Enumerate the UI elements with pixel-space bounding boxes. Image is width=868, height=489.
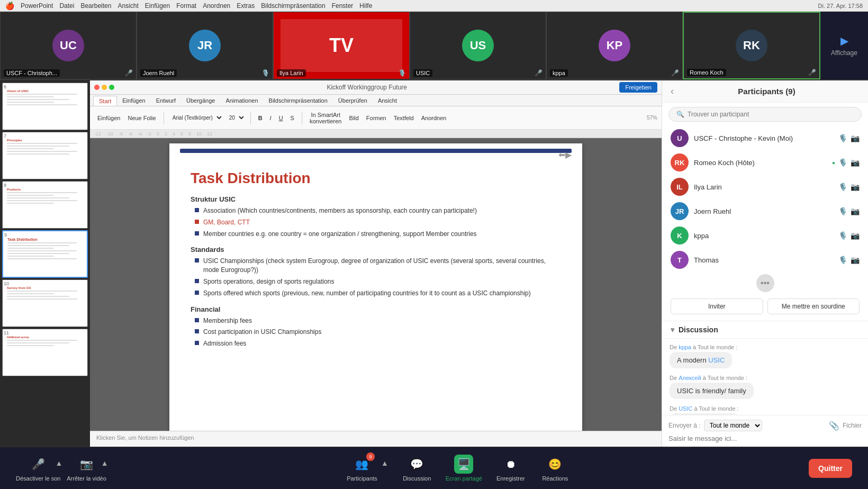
smartart-button[interactable]: In SmartArtkonvertieren: [306, 110, 345, 126]
textfeld-button[interactable]: Textfeld: [391, 113, 417, 123]
slide-thumb-8[interactable]: 8 Products: [2, 181, 88, 229]
bold-button[interactable]: B: [255, 113, 266, 123]
menu-einfuegen[interactable]: Einfügen: [145, 2, 170, 10]
video-tile-0[interactable]: UC USCF - Christoph... 🎤: [0, 12, 137, 79]
video-tile-3[interactable]: US USIC 🎤: [410, 12, 546, 79]
traffic-green[interactable]: [109, 85, 114, 90]
traffic-red[interactable]: [94, 85, 100, 90]
bullet-text-2-0: Membership fees: [203, 316, 252, 325]
tab-animationen[interactable]: Animationen: [220, 96, 263, 106]
slide-num-7: 7: [4, 133, 6, 139]
section-header-2: Financial: [191, 305, 561, 313]
tab-einfuegen[interactable]: Einfügen: [117, 96, 150, 106]
tab-start[interactable]: Start: [93, 96, 117, 106]
slide-num-8: 8: [4, 183, 6, 188]
p-name-joern: Joern Ruehl: [694, 207, 833, 215]
bullet-0-0: Association (Which countries/continents,…: [191, 206, 561, 215]
video-tile-4[interactable]: KP kppa 🎤: [546, 12, 683, 79]
participants-caret[interactable]: ▲: [381, 459, 388, 467]
p-name-uscf: USCF - Christophe - Kevin (Moi): [694, 134, 833, 142]
menu-anordnen[interactable]: Anordnen: [203, 2, 230, 10]
mic-status-kppa: 🎙️: [838, 231, 847, 240]
mic-icon-5: 🎤: [808, 69, 816, 76]
underline-button[interactable]: U: [276, 113, 286, 123]
participant-search-input[interactable]: [688, 111, 854, 118]
mute-audio-btn[interactable]: 🎤 Désactiver le son: [16, 455, 60, 482]
participants-btn[interactable]: 👥 9 Participants: [346, 455, 378, 482]
slide-thumb-6[interactable]: 6 Vision of USIC: [2, 83, 88, 130]
video-status-thomas: 📷: [851, 256, 860, 264]
strikethrough-button[interactable]: S: [287, 113, 297, 123]
more-icon: •••: [756, 274, 774, 292]
participant-ilya[interactable]: IL Ilya Larin 🎙️ 📷: [666, 175, 864, 199]
p-icons-romeo: ● 🎙️ 📷: [832, 158, 860, 167]
video-tile-2[interactable]: TV Ilya Larin 🎙️: [273, 12, 410, 79]
discussion-header[interactable]: ▾ Discussion: [662, 321, 868, 339]
menu-bearbeiten[interactable]: Bearbeiten: [80, 2, 111, 10]
msg-to-1: Tout le monde: [708, 375, 744, 381]
italic-button[interactable]: I: [267, 113, 275, 123]
send-to-select[interactable]: Tout le monde: [704, 420, 762, 431]
tab-ueberprufen[interactable]: Überprüfen: [333, 96, 373, 106]
invite-button[interactable]: Inviter: [671, 298, 763, 314]
toolbar-einfuegen[interactable]: Einfügen: [94, 113, 123, 123]
menu-extras[interactable]: Extras: [237, 2, 255, 10]
menu-praesentation[interactable]: Bildschirmpräsentation: [261, 2, 325, 10]
mute-button[interactable]: Me mettre en sourdine: [767, 298, 860, 314]
stop-video-btn[interactable]: 📷 Arrêter la vidéo: [67, 455, 106, 482]
slide-thumb-9[interactable]: 9 Task Distribution: [2, 230, 88, 278]
tab-uebergaenge[interactable]: Übergänge: [181, 96, 220, 106]
affichage-button[interactable]: ▶ Affichage: [820, 12, 868, 79]
slide-thumb-11[interactable]: 11 Additional survey: [2, 329, 88, 376]
slide-notes[interactable]: Klicken Sie, um Notizen hinzuzufügen: [90, 431, 662, 447]
reactions-btn[interactable]: 😊 Réactions: [539, 455, 571, 482]
menu-datei[interactable]: Datei: [59, 2, 74, 10]
record-btn[interactable]: ⏺ Enregistrer: [495, 455, 527, 482]
audio-caret[interactable]: ▲: [55, 459, 62, 467]
bild-button[interactable]: Bild: [346, 113, 362, 123]
tab-entwurf[interactable]: Entwurf: [151, 96, 181, 106]
attachment-icon[interactable]: 📎: [829, 421, 839, 431]
share-button[interactable]: Freigeben: [619, 82, 657, 93]
msg-sender-1: De Алексей à Tout le monde :: [670, 375, 861, 381]
quit-button[interactable]: Quitter: [809, 459, 852, 478]
font-family-select[interactable]: Arial (Textkörper): [168, 113, 224, 122]
tab-bildschirm[interactable]: Bildschirmpräsentation: [264, 96, 333, 106]
slide-thumb-10[interactable]: 10 Survey from GS: [2, 279, 88, 327]
toolbar-neue-folie[interactable]: Neue Folie: [124, 113, 159, 123]
font-size-select[interactable]: 20: [225, 113, 246, 122]
screen-share-btn[interactable]: 🖥️ Ecran partagé: [446, 455, 482, 482]
avatar-ilya: IL: [671, 178, 689, 196]
formen-button[interactable]: Formen: [363, 113, 390, 123]
participant-search-box[interactable]: 🔍: [668, 107, 862, 122]
participant-uscf[interactable]: U USCF - Christophe - Kevin (Moi) 🎙️ 📷: [666, 126, 864, 150]
participant-romeo[interactable]: RK Romeo Koch (Hôte) ● 🎙️ 📷: [666, 150, 864, 175]
video-name-5: Romeo Koch: [687, 69, 726, 76]
menu-hilfe[interactable]: Hilfe: [359, 2, 372, 10]
video-tile-5[interactable]: RK Romeo Koch 🎤: [683, 12, 820, 79]
participant-joern[interactable]: JR Joern Ruehl 🎙️ 📷: [666, 199, 864, 223]
menu-fenster[interactable]: Fenster: [332, 2, 354, 10]
mute-audio-icon: 🎤: [29, 455, 48, 474]
video-caret[interactable]: ▲: [101, 459, 108, 467]
message-input[interactable]: [668, 434, 862, 442]
tab-ansicht[interactable]: Ansicht: [373, 96, 402, 106]
toolbar-group-format: Arial (Textkörper) 20: [168, 113, 246, 122]
toolbar-group-text: B I U S: [255, 113, 297, 123]
bullet-1-2: Sports offered which sports (previous, n…: [191, 289, 561, 298]
discussion-input-area: Envoyer à : Tout le monde 📎 Fichier: [662, 415, 868, 447]
video-tile-1[interactable]: JR Joern Ruehl 🎙️: [137, 12, 273, 79]
slide-thumb-7[interactable]: 7 Principles: [2, 132, 88, 179]
traffic-yellow[interactable]: [102, 85, 107, 90]
menu-format[interactable]: Format: [176, 2, 196, 10]
bullet-text-1-0: USIC Championships (check system Eurogro…: [203, 257, 561, 275]
anordnen-button[interactable]: Anordnen: [418, 113, 450, 123]
menu-powerpoint[interactable]: PowerPoint: [21, 2, 53, 10]
participant-kppa[interactable]: K kppa 🎙️ 📷: [666, 223, 864, 248]
discussion-btn[interactable]: 💬 Discussion: [401, 455, 433, 482]
avatar-thomas: T: [671, 251, 689, 269]
bullet-text-0-1: GM, Board, CTT: [203, 218, 250, 227]
bullet-square-0-0: [195, 208, 199, 212]
menu-ansicht[interactable]: Ansicht: [117, 2, 138, 10]
participant-thomas[interactable]: T Thomas 🎙️ 📷: [666, 248, 864, 272]
